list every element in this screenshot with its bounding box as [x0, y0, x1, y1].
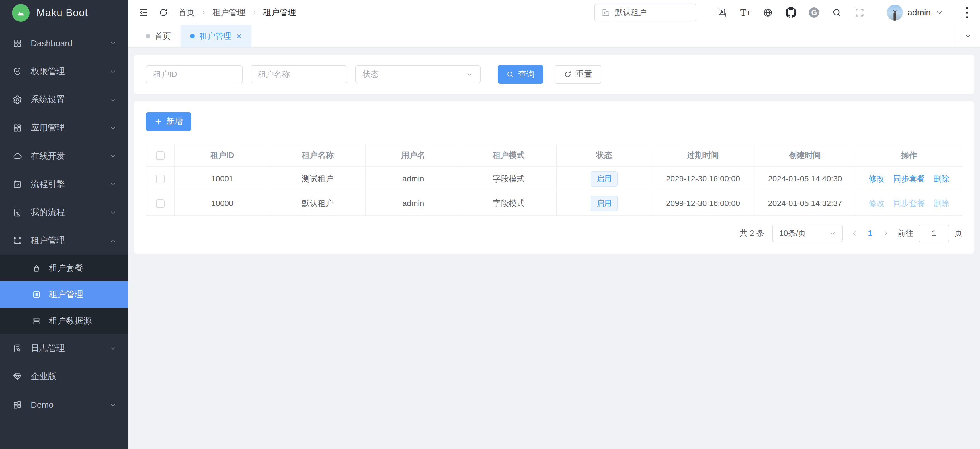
- calendar-check-icon: [13, 179, 22, 189]
- tenant-name-field-wrap: [251, 65, 347, 83]
- username: admin: [907, 8, 931, 18]
- cell-tenant-name: 测试租户: [270, 167, 365, 191]
- sidebar-item-tenant-management[interactable]: 租户管理: [0, 227, 128, 255]
- chevron-down-icon: [109, 209, 117, 216]
- goto-page-input[interactable]: [918, 225, 949, 242]
- table-panel: 新增 租户ID 租户名称 用户名 租户模式 状态 过期时间 创建时间: [134, 101, 974, 254]
- cell-tenant-name: 默认租户: [270, 191, 365, 216]
- chevron-right-icon: [200, 10, 207, 16]
- user-menu[interactable]: admin: [887, 5, 943, 21]
- search-button[interactable]: 查询: [498, 65, 543, 84]
- pagination: 共 2 条 10条/页 1 前往 页: [146, 225, 963, 242]
- refresh-icon: [564, 70, 572, 78]
- sidebar-item-online-dev[interactable]: 在线开发: [0, 142, 128, 170]
- chevron-down-icon: [109, 68, 117, 75]
- cell-username: admin: [366, 167, 461, 191]
- status-badge: 启用: [590, 196, 618, 211]
- sync-package-link[interactable]: 同步套餐: [893, 174, 925, 184]
- sidebar-item-my-workflow[interactable]: 我的流程: [0, 198, 128, 227]
- close-icon[interactable]: ×: [236, 32, 242, 41]
- delete-link: 删除: [934, 198, 950, 209]
- tenant-select[interactable]: 默认租户: [595, 4, 697, 21]
- database-icon: [32, 316, 41, 326]
- sidebar-item-system-settings[interactable]: 系统设置: [0, 85, 128, 113]
- search-icon[interactable]: [832, 7, 842, 18]
- add-button[interactable]: 新增: [146, 112, 191, 131]
- prev-page-button[interactable]: [851, 230, 858, 237]
- sidebar-menu: Dashboard 权限管理 系统设置 应用管理 在线开发 流程引擎: [0, 26, 128, 449]
- frame-icon: [13, 236, 22, 246]
- app-logo[interactable]: Maku Boot: [0, 0, 128, 26]
- font-size-icon[interactable]: TT: [740, 8, 750, 18]
- sidebar-item-tenant-datasource[interactable]: 租户数据源: [0, 308, 128, 334]
- breadcrumb: 首页 租户管理 租户管理: [178, 7, 296, 18]
- tab-tenant-management[interactable]: 租户管理 ×: [180, 25, 251, 47]
- page-size-select[interactable]: 10条/页: [772, 225, 843, 242]
- chevron-down-icon: [109, 40, 117, 47]
- breadcrumb-home[interactable]: 首页: [178, 7, 195, 18]
- breadcrumb-tenant[interactable]: 租户管理: [212, 7, 245, 18]
- sidebar-item-tenant-management-sub[interactable]: 租户管理: [0, 281, 128, 308]
- chevron-down-icon: [109, 345, 117, 352]
- chevron-down-icon: [964, 32, 972, 40]
- apps-icon: [13, 123, 22, 133]
- cell-expire-time: 2029-12-30 16:00:00: [652, 167, 754, 191]
- col-actions: 操作: [856, 144, 962, 167]
- gitee-icon[interactable]: G: [809, 7, 819, 18]
- refresh-icon[interactable]: [158, 7, 169, 18]
- translate-icon[interactable]: [718, 7, 728, 18]
- table-row: 10000 默认租户 admin 字段模式 启用 2099-12-30 16:0…: [146, 191, 962, 216]
- col-status: 状态: [557, 144, 652, 167]
- tab-home[interactable]: 首页: [136, 25, 180, 47]
- filter-panel: 状态 查询 重置: [134, 55, 974, 94]
- cell-username: admin: [366, 191, 461, 216]
- gear-icon: [13, 95, 22, 105]
- plus-icon: [154, 118, 162, 126]
- tab-dot: [190, 34, 195, 38]
- collapse-menu-icon[interactable]: [138, 7, 149, 18]
- sidebar-item-log-management[interactable]: 日志管理: [0, 334, 128, 363]
- chevron-up-icon: [109, 237, 117, 244]
- page-number[interactable]: 1: [868, 229, 872, 238]
- col-mode: 租户模式: [461, 144, 556, 167]
- kebab-menu-icon[interactable]: [964, 5, 970, 20]
- table-row: 10001 测试租户 admin 字段模式 启用 2029-12-30 16:0…: [146, 167, 962, 191]
- select-all-checkbox[interactable]: [156, 151, 165, 160]
- cell-create-time: 2024-01-05 14:40:30: [754, 167, 856, 191]
- github-icon[interactable]: [786, 7, 796, 18]
- tenant-id-input[interactable]: [153, 70, 235, 79]
- diamond-icon: [13, 372, 22, 382]
- sidebar-item-demo[interactable]: Demo: [0, 391, 128, 419]
- globe-icon[interactable]: [763, 7, 773, 18]
- sidebar-item-tenant-package[interactable]: 租户套餐: [0, 255, 128, 281]
- next-page-button[interactable]: [882, 230, 889, 237]
- fullscreen-icon[interactable]: [854, 7, 865, 18]
- sidebar-item-workflow-engine[interactable]: 流程引擎: [0, 170, 128, 198]
- row-checkbox[interactable]: [156, 200, 165, 208]
- delete-link[interactable]: 删除: [934, 174, 950, 184]
- tab-options-button[interactable]: [956, 25, 980, 47]
- cell-tenant-id: 10001: [175, 167, 270, 191]
- topbar-icons: TT G: [718, 7, 865, 18]
- chevron-right-icon: [251, 10, 258, 16]
- sidebar-item-permissions[interactable]: 权限管理: [0, 57, 128, 85]
- tabbar: 首页 租户管理 ×: [128, 25, 980, 48]
- status-select[interactable]: 状态: [355, 65, 480, 83]
- edit-link: 修改: [869, 198, 885, 209]
- col-expire-time: 过期时间: [652, 144, 754, 167]
- cell-expire-time: 2099-12-30 16:00:00: [652, 191, 754, 216]
- chevron-down-icon: [109, 152, 117, 160]
- tenant-name-input[interactable]: [258, 70, 340, 79]
- tab-label: 首页: [155, 31, 171, 42]
- list-icon: [32, 290, 41, 299]
- row-checkbox[interactable]: [156, 175, 165, 184]
- sidebar-item-app-management[interactable]: 应用管理: [0, 113, 128, 142]
- reset-button[interactable]: 重置: [555, 65, 601, 84]
- grid-icon: [13, 38, 22, 48]
- edit-link[interactable]: 修改: [869, 174, 885, 184]
- chevron-down-icon: [109, 181, 117, 188]
- cell-mode: 字段模式: [461, 167, 556, 191]
- document-user-icon: [13, 208, 22, 217]
- sidebar-item-enterprise[interactable]: 企业版: [0, 363, 128, 391]
- sidebar-item-dashboard[interactable]: Dashboard: [0, 29, 128, 57]
